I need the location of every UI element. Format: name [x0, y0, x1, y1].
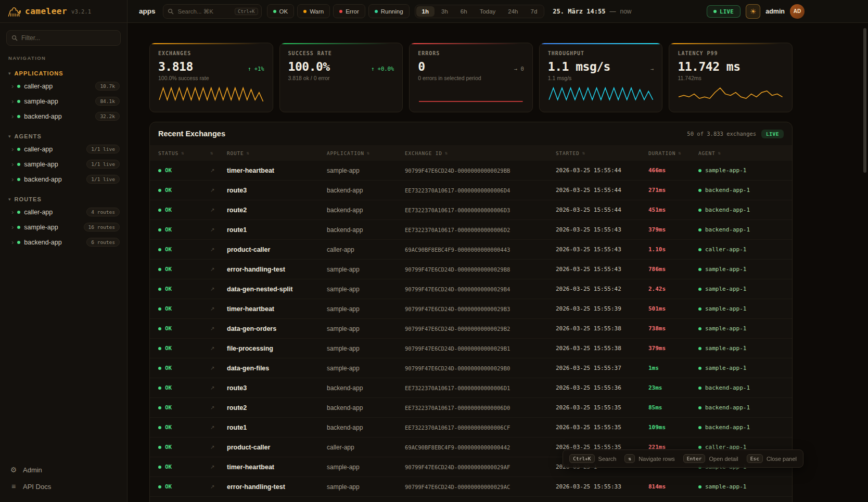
search-input[interactable] [177, 8, 232, 15]
agent-status-dot [698, 228, 701, 231]
column-header-duration[interactable]: DURATION⇅ [648, 150, 698, 156]
agent-status-dot [698, 387, 701, 390]
scrollbar-thumb[interactable] [863, 28, 866, 173]
expand-arrow-icon[interactable]: ↗ [210, 247, 214, 252]
sidebar-section-header[interactable]: ▾ROUTES [0, 194, 127, 204]
theme-toggle-button[interactable]: ☀ [746, 4, 760, 19]
time-range-7d[interactable]: 7d [525, 6, 543, 17]
sidebar-footer-admin[interactable]: ⚙Admin [0, 461, 127, 478]
stat-card-throughput[interactable]: THROUGHPUT1.1 msg/s→1.1 msg/s [539, 43, 663, 112]
expand-arrow-icon[interactable]: ↗ [210, 227, 214, 233]
sidebar-item-sample-app[interactable]: ›sample-app16 routes [0, 220, 127, 235]
sidebar-item-backend-app[interactable]: ›backend-app32.2k [0, 109, 127, 124]
sidebar-item-backend-app[interactable]: ›backend-app1/1 live [0, 172, 127, 187]
exchange-row[interactable]: OK↗route3backend-appEE7322370A10617-0000… [150, 378, 792, 398]
agent-name: backend-app-1 [705, 404, 750, 411]
exchange-row[interactable]: OK↗route2backend-appEE7322370A10617-0000… [150, 398, 792, 418]
agent-status-dot [698, 248, 701, 251]
status-dot [17, 163, 20, 166]
exchange-row[interactable]: OK↗timer-heartbeatsample-app90799F47E6CD… [150, 161, 792, 181]
exchange-row[interactable]: OK↗route1backend-appEE7322370A10617-0000… [150, 220, 792, 240]
sidebar-section-header[interactable]: ▾AGENTS [0, 131, 127, 141]
expand-arrow-icon[interactable]: ↗ [210, 286, 214, 292]
started-timestamp: 2026-03-25 15:55:36 [556, 384, 648, 391]
exchange-row[interactable]: OK↗route1backend-appEE7322370A10617-0000… [150, 418, 792, 437]
application-name: sample-app [327, 305, 405, 313]
table-body: OK↗timer-heartbeatsample-app90799F47E6CD… [150, 161, 792, 497]
column-header-status[interactable]: STATUS⇅ [158, 150, 210, 156]
stat-card-latency-p99[interactable]: LATENCY P9911.742 ms11.742ms [669, 43, 793, 112]
column-header-route[interactable]: ROUTE⇅ [227, 150, 327, 156]
expand-arrow-icon[interactable]: ↗ [210, 464, 214, 470]
stat-card-success-rate[interactable]: SUCCESS RATE100.0%↑ +0.0%3.818 ok / 0 er… [279, 43, 403, 112]
column-header-expand[interactable]: ⇅ [210, 150, 227, 156]
column-header-exchange-id[interactable]: EXCHANGE ID⇅ [405, 150, 556, 156]
exchange-row[interactable]: OK↗route2backend-appEE7322370A10617-0000… [150, 200, 792, 220]
expand-arrow-icon[interactable]: ↗ [210, 444, 214, 450]
expand-arrow-icon[interactable]: ↗ [210, 207, 214, 213]
expand-arrow-icon[interactable]: ↗ [210, 168, 214, 173]
expand-arrow-icon[interactable]: ↗ [210, 405, 214, 410]
application-name: caller-app [327, 444, 405, 451]
expand-arrow-icon[interactable]: ↗ [210, 306, 214, 312]
expand-arrow-icon[interactable]: ↗ [210, 326, 214, 331]
expand-cell: ↗ [210, 464, 227, 470]
shortcut-hint-search: Ctrl+KSearch [569, 454, 616, 463]
expand-arrow-icon[interactable]: ↗ [210, 365, 214, 371]
status-dot [158, 426, 161, 429]
time-range-6h[interactable]: 6h [455, 6, 473, 17]
sidebar-item-caller-app[interactable]: ›caller-app1/1 live [0, 141, 127, 157]
exchange-row[interactable]: OK↗data-gen-nested-splitsample-app90799F… [150, 279, 792, 299]
sidebar-section-title: ROUTES [15, 196, 42, 202]
time-range-today[interactable]: Today [474, 6, 502, 17]
column-header-application[interactable]: APPLICATION⇅ [327, 150, 405, 156]
time-range-24h[interactable]: 24h [502, 6, 524, 17]
sidebar-footer-api-docs[interactable]: ≡API Docs [0, 478, 127, 495]
status-cell: OK [158, 404, 210, 411]
key-chip: Enter [683, 454, 706, 463]
status-dot [303, 10, 307, 13]
sidebar-item-sample-app[interactable]: ›sample-app84.1k [0, 94, 127, 109]
column-header-started[interactable]: STARTED⇅ [556, 150, 648, 156]
expand-arrow-icon[interactable]: ↗ [210, 484, 214, 490]
column-header-agent[interactable]: AGENT⇅ [698, 150, 784, 156]
expand-arrow-icon[interactable]: ↗ [210, 385, 214, 391]
expand-arrow-icon[interactable]: ↗ [210, 345, 214, 351]
time-range-3h[interactable]: 3h [436, 6, 454, 17]
agent-cell: backend-app-1 [698, 384, 784, 391]
sidebar-item-sample-app[interactable]: ›sample-app1/1 live [0, 157, 127, 172]
chevron-down-icon: ▾ [8, 71, 11, 76]
exchange-row[interactable]: OK↗file-processingsample-app90799F47E6CD… [150, 339, 792, 358]
status-dot [158, 228, 161, 231]
sidebar-section-header[interactable]: ▾APPLICATIONS [0, 68, 127, 79]
exchange-row[interactable]: OK↗route3backend-appEE7322370A10617-0000… [150, 181, 792, 200]
exchange-row[interactable]: OK↗timer-heartbeatsample-app90799F47E6CD… [150, 299, 792, 319]
filter-chip-running[interactable]: Running [368, 4, 410, 18]
sidebar-item-caller-app[interactable]: ›caller-app10.7k [0, 79, 127, 94]
exchange-row[interactable]: OK↗data-gen-orderssample-app90799F47E6CD… [150, 319, 792, 339]
expand-arrow-icon[interactable]: ↗ [210, 266, 214, 272]
exchange-row[interactable]: OK↗data-gen-filessample-app90799F47E6CD2… [150, 358, 792, 378]
exchange-row[interactable]: OK↗product-callercaller-app69AC90BF8EBC4… [150, 240, 792, 260]
avatar[interactable]: AD [790, 4, 805, 19]
expand-arrow-icon[interactable]: ↗ [210, 187, 214, 193]
sidebar-item-caller-app[interactable]: ›caller-app4 routes [0, 204, 127, 220]
exchange-row[interactable]: OK↗error-handling-testsample-app90799F47… [150, 477, 792, 497]
sidebar-filter-input[interactable] [6, 30, 121, 46]
stat-card-exchanges[interactable]: EXCHANGES3.818↑ +1%100.0% success rate [149, 43, 273, 112]
time-range-1h[interactable]: 1h [416, 6, 435, 17]
expand-arrow-icon[interactable]: ↗ [210, 424, 214, 430]
filter-chip-warn[interactable]: Warn [297, 4, 330, 18]
stat-card-errors[interactable]: ERRORS0→ 00 errors in selected period [409, 43, 533, 112]
chevron-right-icon: › [11, 176, 14, 183]
live-badge[interactable]: LIVE [707, 5, 741, 18]
sidebar-item-badge: 1/1 live [86, 145, 120, 153]
application-name: backend-app [327, 207, 405, 214]
filter-chip-ok[interactable]: OK [267, 4, 295, 18]
sidebar-item-backend-app[interactable]: ›backend-app6 routes [0, 235, 127, 250]
search-box[interactable]: Ctrl+K [163, 4, 262, 19]
exchange-row[interactable]: OK↗error-handling-testsample-app90799F47… [150, 260, 792, 279]
status-label: OK [165, 384, 172, 391]
brand-name: cameleer [25, 6, 67, 16]
filter-chip-error[interactable]: Error [333, 4, 365, 18]
